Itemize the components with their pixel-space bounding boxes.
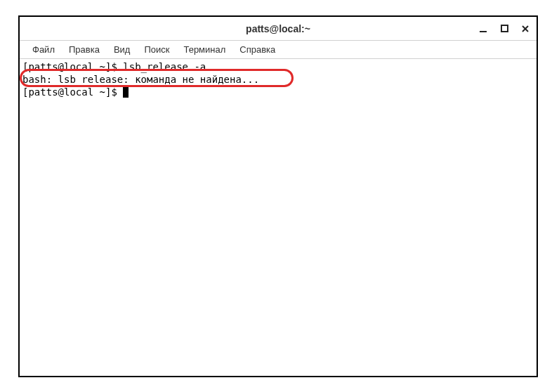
menu-file[interactable]: Файл [25, 41, 62, 58]
menubar: Файл Правка Вид Поиск Терминал Справка [20, 41, 537, 59]
window-titlebar: patts@local:~ [20, 17, 537, 41]
menu-edit[interactable]: Правка [62, 41, 107, 58]
terminal-body[interactable]: [patts@local ~]$ lsb_release -a bash: ls… [20, 59, 537, 376]
window-title: patts@local:~ [246, 23, 310, 34]
menu-view[interactable]: Вид [107, 41, 138, 58]
terminal-cursor [123, 87, 129, 98]
terminal-line: bash: lsb_release: команда не найдена... [22, 73, 534, 86]
close-button[interactable] [518, 22, 532, 36]
menu-terminal[interactable]: Терминал [176, 41, 232, 58]
terminal-prompt: [patts@local ~]$ [22, 86, 123, 98]
terminal-line: [patts@local ~]$ lsb_release -a [22, 60, 534, 73]
svg-rect-1 [501, 25, 508, 32]
menu-search[interactable]: Поиск [137, 41, 176, 58]
terminal-prompt-line: [patts@local ~]$ [22, 86, 534, 98]
menu-help[interactable]: Справка [232, 41, 282, 58]
maximize-button[interactable] [497, 22, 511, 36]
window-controls [476, 22, 532, 36]
minimize-button[interactable] [476, 22, 490, 36]
terminal-window: patts@local:~ Файл Правка Вид Поиск Терм… [18, 15, 538, 377]
